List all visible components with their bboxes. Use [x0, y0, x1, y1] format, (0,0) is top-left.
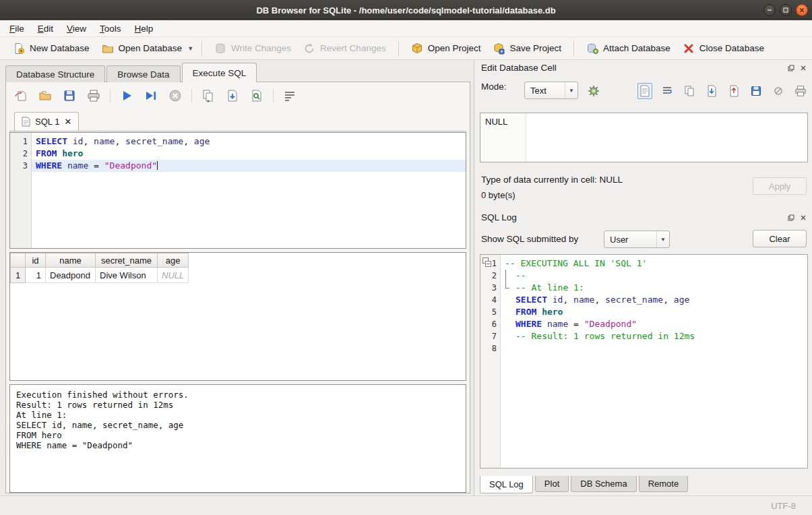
word-wrap-button[interactable]	[282, 88, 298, 104]
messages-pane[interactable]: Execution finished without errors.Result…	[9, 384, 466, 493]
results-column-header[interactable]: name	[46, 253, 96, 268]
code-line[interactable]: 2FROM hero	[10, 148, 466, 160]
save-sql-file-button[interactable]	[61, 88, 77, 104]
attach-database-button[interactable]: Attach Database	[580, 40, 677, 57]
results-cell[interactable]: Dive Wilson	[96, 268, 158, 283]
text-view-button[interactable]	[637, 83, 652, 99]
export-cell-button[interactable]	[726, 83, 741, 99]
maximize-button[interactable]	[780, 4, 792, 16]
new-sql-tab-button[interactable]	[13, 88, 29, 104]
menu-help[interactable]: Help	[128, 22, 160, 36]
code-line[interactable]: 1SELECT id, name, secret_name, age	[10, 135, 466, 148]
results-cell[interactable]: Deadpond	[46, 268, 96, 283]
revert-changes-button[interactable]: Revert Changes	[297, 40, 392, 57]
word-wrap-cell-button[interactable]	[660, 83, 675, 99]
main-tab-bar: Database Structure Browse Data Execute S…	[5, 63, 258, 82]
code-line[interactable]: 3-- At line 1:	[480, 282, 807, 294]
tab-execute-sql[interactable]: Execute SQL	[182, 63, 257, 82]
clear-log-button[interactable]: Clear	[753, 230, 807, 247]
code-line[interactable]: 7-- Result: 1 rows returned in 12ms	[480, 330, 807, 342]
menu-edit[interactable]: Edit	[31, 22, 60, 36]
close-database-button[interactable]: Close Database	[677, 40, 770, 57]
print-sql-button[interactable]	[86, 88, 102, 104]
menu-view[interactable]: View	[60, 22, 93, 36]
execute-all-button[interactable]	[119, 88, 135, 104]
set-null-button[interactable]	[771, 83, 786, 99]
import-cell-button[interactable]	[704, 83, 719, 99]
new-database-label: New Database	[30, 43, 90, 53]
stop-execution-button[interactable]	[167, 88, 183, 104]
dock-tab-sql-log[interactable]: SQL Log	[480, 476, 533, 493]
results-pane[interactable]: idnamesecret_nameage11DeadpondDive Wilso…	[9, 252, 466, 381]
set-null-icon	[774, 86, 783, 96]
fold-marker-icon	[501, 282, 511, 294]
code-line[interactable]: 4SELECT id, name, secret_name, age	[480, 294, 807, 306]
menu-tools[interactable]: Tools	[93, 22, 128, 36]
close-panel-icon[interactable]	[799, 214, 807, 222]
minimize-button[interactable]	[763, 4, 776, 16]
tab-browse-data[interactable]: Browse Data	[106, 65, 180, 82]
undock-panel-icon[interactable]	[787, 214, 795, 222]
code-line[interactable]: 1−-- EXECUTING ALL IN 'SQL 1'	[480, 258, 807, 270]
fold-marker-icon[interactable]: −	[482, 258, 489, 264]
print-icon	[794, 85, 807, 97]
results-corner-cell[interactable]	[11, 253, 26, 268]
open-project-button[interactable]: Open Project	[405, 40, 487, 57]
row-number-header[interactable]: 1	[11, 268, 26, 283]
code-line[interactable]: 6WHERE name = "Deadpond"	[480, 318, 807, 330]
results-column-header[interactable]: secret_name	[96, 253, 158, 268]
execute-line-button[interactable]	[143, 88, 159, 104]
code-line[interactable]: 5FROM hero	[480, 306, 807, 318]
attach-database-icon	[586, 42, 598, 55]
mode-select[interactable]: Text ▼	[524, 82, 578, 99]
dock-tab-plot[interactable]: Plot	[535, 476, 569, 492]
sql-log-area[interactable]: 1−-- EXECUTING ALL IN 'SQL 1'2--3-- At l…	[480, 254, 808, 468]
undock-panel-icon[interactable]	[787, 64, 795, 72]
write-changes-label: Write Changes	[231, 43, 291, 53]
code-text: FROM hero	[32, 148, 466, 160]
export-results-button[interactable]	[200, 88, 216, 104]
log-filter-select[interactable]: User ▼	[604, 231, 670, 248]
dock-tab-remote[interactable]: Remote	[639, 476, 689, 492]
title-bar[interactable]: DB Browser for SQLite - /home/user/code/…	[0, 0, 812, 20]
close-tab-icon[interactable]: ✕	[64, 117, 71, 127]
code-line[interactable]: 3WHERE name = "Deadpond"	[10, 160, 466, 172]
auto-switch-mode-button[interactable]	[585, 82, 602, 100]
encoding-indicator[interactable]: UTF-8	[771, 501, 796, 511]
line-number: 5	[480, 306, 501, 318]
save-cell-button[interactable]	[749, 83, 763, 99]
open-database-label: Open Database	[119, 43, 183, 53]
fold-margin	[501, 330, 511, 342]
sql-editor[interactable]: 1SELECT id, name, secret_name, age2FROM …	[9, 132, 466, 249]
toolbar-separator	[201, 41, 202, 56]
close-button[interactable]	[796, 4, 808, 16]
apply-button[interactable]: Apply	[753, 177, 807, 195]
results-cell[interactable]: 1	[26, 268, 46, 283]
menu-file[interactable]: File	[3, 22, 31, 36]
find-replace-button[interactable]	[249, 88, 265, 104]
new-database-button[interactable]: New Database	[7, 40, 96, 57]
close-icon	[799, 7, 805, 13]
tab-database-structure[interactable]: Database Structure	[5, 65, 105, 82]
save-project-button[interactable]: Save Project	[487, 40, 567, 57]
cell-editor[interactable]: NULL	[480, 113, 808, 162]
fold-margin	[501, 294, 511, 306]
print-cell-button[interactable]	[793, 83, 808, 99]
dock-tab-db-schema[interactable]: DB Schema	[571, 476, 636, 492]
save-results-button[interactable]	[224, 88, 241, 104]
line-number: 3	[10, 160, 32, 172]
results-cell[interactable]: NULL	[158, 268, 189, 283]
code-line[interactable]: 8	[480, 342, 807, 355]
close-panel-icon[interactable]	[799, 64, 807, 72]
open-sql-file-button[interactable]	[37, 88, 53, 104]
code-line[interactable]: 2--	[480, 270, 807, 282]
open-database-button[interactable]: Open Database	[96, 40, 189, 57]
revert-changes-label: Revert Changes	[320, 43, 386, 53]
mode-label: Mode:	[481, 82, 507, 92]
results-column-header[interactable]: age	[158, 253, 189, 268]
results-column-header[interactable]: id	[26, 253, 46, 268]
write-changes-button[interactable]: Write Changes	[208, 40, 297, 57]
copy-cell-button[interactable]	[682, 83, 697, 99]
open-database-dropdown-icon[interactable]: ▼	[185, 42, 195, 55]
sql-tab[interactable]: SQL 1 ✕	[14, 112, 79, 131]
